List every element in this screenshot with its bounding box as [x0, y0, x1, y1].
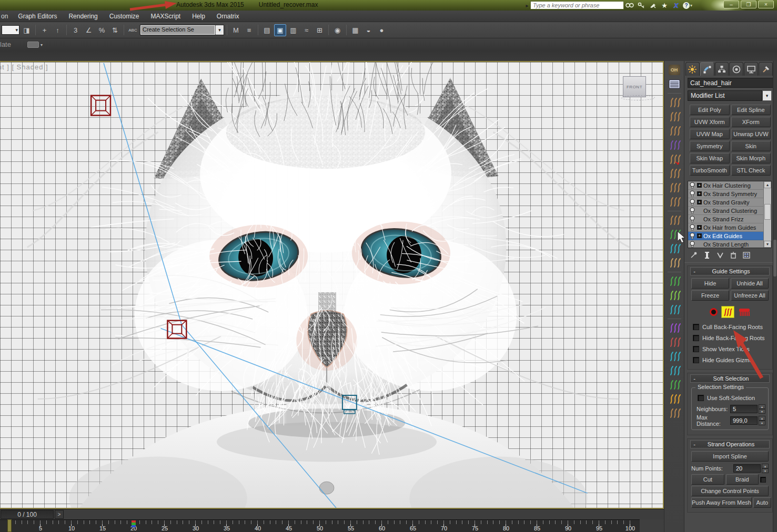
rollout-header[interactable]: - Strand Operations	[690, 440, 770, 448]
spinner-snap-icon[interactable]: ⇅	[109, 24, 121, 36]
select-and-place-icon[interactable]: ◨	[21, 24, 33, 36]
stack-item-ox-strand-length[interactable]: Ox Strand Length	[688, 240, 763, 248]
percent-snap-icon[interactable]: %	[96, 24, 108, 36]
ornatrix-logo-icon[interactable]: OH	[667, 64, 681, 76]
show-vertex-ticks-row[interactable]: Show Vertex Ticks	[690, 343, 770, 354]
ox-strands-icon[interactable]	[667, 125, 681, 137]
hide-button[interactable]: Hide	[691, 278, 729, 289]
binoculars-icon[interactable]	[624, 1, 635, 9]
align-icon[interactable]: ≡	[243, 24, 255, 36]
spinner-arrows[interactable]: ▲▼	[759, 404, 765, 414]
tab-create[interactable]	[685, 62, 700, 76]
num-points-spinner[interactable]: ▲▼	[762, 464, 769, 473]
scroll-down-icon[interactable]: ▼	[764, 241, 771, 248]
stack-item-ox-strand-clustering[interactable]: Ox Strand Clustering	[688, 207, 763, 215]
pin-stack-icon[interactable]	[690, 251, 698, 259]
rollout-header[interactable]: - Soft Selection	[690, 374, 770, 383]
remove-modifier-icon[interactable]	[729, 251, 738, 259]
command-panel-scrollbar[interactable]	[773, 61, 777, 532]
edit-poly-button[interactable]: Edit Poly	[690, 105, 730, 115]
viewcube[interactable]: FRONT	[621, 76, 648, 100]
freeze-button[interactable]: Freeze	[691, 290, 729, 301]
ox-clump-icon[interactable]	[667, 181, 681, 194]
viewport-front[interactable]: [ Front ] [ Shaded ]	[0, 61, 664, 509]
comb-icon[interactable]	[738, 307, 751, 318]
ox-multi-icon[interactable]	[667, 393, 681, 405]
show-vertex-ticks-checkbox[interactable]	[693, 346, 699, 352]
close-button[interactable]: ×	[758, 1, 774, 8]
menu-maxscript[interactable]: MAXScript	[145, 11, 186, 22]
stl-check-button[interactable]: STL Check	[731, 165, 771, 176]
rollout-header[interactable]: - Guide Settings	[690, 267, 770, 275]
symmetry-button[interactable]: Symmetry	[690, 141, 730, 151]
stack-item-ox-strand-symmetry[interactable]: +Ox Strand Symmetry	[688, 190, 763, 198]
xform-button[interactable]: XForm	[731, 117, 771, 127]
time-slider-value[interactable]: 0 / 100	[1, 510, 54, 519]
collapse-icon[interactable]: -	[691, 441, 698, 447]
uvw-xform-button[interactable]: UVW Xform	[690, 117, 730, 127]
unfreeze-all-button[interactable]: Unfreeze All	[731, 290, 769, 301]
turbosmooth-button[interactable]: TurboSmooth	[690, 165, 730, 176]
show-end-result-icon[interactable]	[703, 251, 711, 259]
menu-rendering[interactable]: Rendering	[63, 11, 103, 22]
menu-graph-editors[interactable]: Graph Editors	[12, 11, 63, 22]
schematic-view-icon[interactable]: ⊞	[314, 24, 326, 36]
render-production-icon[interactable]: ●	[376, 24, 388, 36]
skin-morph-button[interactable]: Skin Morph	[731, 153, 771, 163]
ox-curl-icon[interactable]	[667, 110, 681, 123]
stack-item-ox-hair-clustering[interactable]: +Ox Hair Clustering	[688, 181, 763, 190]
selection-filter-dropdown[interactable]: ▾	[2, 25, 19, 35]
keyframe-marker[interactable]	[132, 520, 136, 527]
configure-modifier-sets-icon[interactable]	[742, 251, 751, 259]
hide-guides-gizmo-row[interactable]: Hide Guides Gizmo	[690, 354, 770, 365]
ox-chevrons-icon[interactable]	[667, 214, 681, 227]
maximize-button[interactable]: ❐	[741, 1, 756, 8]
strand-brush-icon[interactable]	[721, 306, 734, 318]
use-soft-selection-checkbox[interactable]	[698, 395, 704, 401]
expand-icon[interactable]: +	[697, 200, 702, 204]
ox-links-icon[interactable]	[667, 378, 681, 391]
tab-motion[interactable]	[729, 62, 743, 76]
time-slider-handle[interactable]	[7, 519, 12, 532]
ox-ball-icon[interactable]	[667, 322, 681, 334]
next-frame-button[interactable]: >	[55, 510, 64, 519]
toggle-scene-explorer-icon[interactable]: ▤	[261, 24, 273, 36]
tab-display[interactable]	[744, 62, 758, 76]
unhide-all-button[interactable]: Unhide All	[731, 278, 769, 289]
expand-icon[interactable]: +	[697, 233, 702, 238]
satellite-icon[interactable]	[647, 1, 659, 9]
push-away-from-mesh-button[interactable]: Push Away From Mesh	[691, 497, 752, 508]
viewcube-compass[interactable]	[621, 95, 655, 100]
root-brush-icon[interactable]	[710, 308, 718, 316]
ox-coil-icon[interactable]	[667, 303, 681, 316]
viewport-scene[interactable]	[0, 62, 663, 508]
import-spline-button[interactable]: Import Spline	[691, 451, 769, 462]
render-setup-icon[interactable]: ▦	[349, 24, 361, 36]
hide-guides-gizmo-checkbox[interactable]	[693, 357, 699, 363]
skin-wrap-button[interactable]: Skin Wrap	[690, 153, 730, 163]
ox-guides-export-icon[interactable]	[667, 153, 681, 166]
stack-item-ox-strand-frizz[interactable]: Ox Strand Frizz	[688, 215, 763, 223]
track-ruler[interactable]: 0510152025303540455055606570758085909510…	[0, 519, 640, 532]
stack-item-ox-hair-from-guides[interactable]: +Ox Hair from Guides	[688, 223, 763, 232]
object-name-field[interactable]	[688, 78, 774, 88]
max-distance-field[interactable]: 999,0	[730, 416, 758, 425]
use-soft-selection-row[interactable]: Use Soft-Selection	[694, 392, 765, 403]
graphite-ribbon-toggle-icon[interactable]: ▥	[287, 24, 299, 36]
collapse-icon[interactable]: -	[691, 375, 698, 382]
menu-ornatrix[interactable]: Ornatrix	[211, 11, 245, 22]
help-icon[interactable]: ?▾	[682, 1, 693, 9]
expand-icon[interactable]: +	[697, 191, 702, 196]
ox-fern-icon[interactable]	[667, 350, 681, 363]
mirror-icon[interactable]: M	[230, 24, 242, 36]
search-expander-icon[interactable]: ▸	[524, 3, 530, 8]
expand-icon[interactable]: +	[697, 183, 702, 188]
ox-ground2-icon[interactable]	[667, 364, 681, 377]
cull-back-facing-roots-row[interactable]: Cull Back-Facing Roots	[690, 321, 770, 332]
exchange-x-icon[interactable]: X	[670, 1, 682, 9]
ox-wave-icon[interactable]	[667, 167, 681, 180]
ribbon-collapse-control[interactable]: ▾	[27, 42, 43, 48]
minimize-button[interactable]: –	[723, 1, 739, 8]
cull-back-facing-roots-checkbox[interactable]	[693, 324, 699, 330]
ox-hook-icon[interactable]	[667, 336, 681, 349]
